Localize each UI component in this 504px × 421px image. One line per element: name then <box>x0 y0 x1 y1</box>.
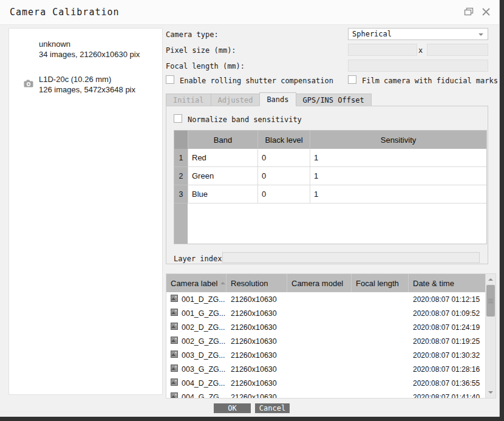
image-thumbnail-icon <box>171 351 178 360</box>
camera-calibration-dialog: Camera Calibration unknown 34 images, 21… <box>0 0 500 417</box>
black-level-col-header[interactable]: Black level <box>257 131 310 149</box>
row-number: 2 <box>174 167 188 185</box>
group-details: 34 images, 21260x10630 pix <box>39 49 157 60</box>
cameras-table-header: Camera label Resolution Camera model Foc… <box>166 274 495 292</box>
camera-label: 002_D_ZG... <box>182 323 225 332</box>
camera-label-col-header[interactable]: Camera label <box>166 274 226 292</box>
scroll-down-button[interactable] <box>486 388 495 397</box>
fiducial-marks-label: Film camera with fiducial marks <box>362 77 498 85</box>
camera-datetime: 2020:08:07 01:28:16 <box>409 365 486 374</box>
camera-row[interactable]: 002_D_ZG... 21260x10630 2020:08:07 01:24… <box>166 320 495 334</box>
image-thumbnail-icon <box>171 337 178 346</box>
black-level-cell[interactable]: 0 <box>257 149 310 167</box>
camera-group-unknown[interactable]: unknown 34 images, 21260x10630 pix <box>9 33 162 65</box>
focal-length-field <box>348 60 488 72</box>
focal-length-col-header[interactable]: Focal length <box>352 274 409 292</box>
focal-length-label: Focal length (mm): <box>166 62 245 70</box>
band-cell[interactable]: Green <box>188 167 257 185</box>
row-number: 1 <box>174 149 188 167</box>
camera-datetime: 2020:08:07 01:24:19 <box>409 323 486 332</box>
camera-datetime: 2020:08:07 01:30:32 <box>409 351 486 360</box>
sensitivity-cell[interactable]: 1 <box>310 149 486 167</box>
band-cell[interactable]: Red <box>188 149 257 167</box>
band-row-green[interactable]: 2 Green 0 1 <box>174 167 486 185</box>
sensitivity-cell[interactable]: 1 <box>310 185 486 204</box>
cameras-table: Camera label Resolution Camera model Foc… <box>166 273 496 399</box>
resolution-col-header[interactable]: Resolution <box>226 274 287 292</box>
sort-ascending-icon <box>220 282 225 284</box>
camera-row[interactable]: 003_G_ZG... 21260x10630 2020:08:07 01:28… <box>166 362 495 376</box>
cancel-button[interactable]: Cancel <box>255 403 290 413</box>
tab-bands[interactable]: Bands <box>259 92 296 106</box>
close-button[interactable] <box>480 7 492 18</box>
camera-row[interactable]: 004_G_ZG... 21260x10630 2020:08:07 01:41… <box>166 390 495 399</box>
rolling-shutter-checkbox[interactable] <box>166 75 174 84</box>
layer-index-input[interactable] <box>222 252 480 263</box>
camera-resolution: 21260x10630 <box>226 351 287 360</box>
band-cell[interactable]: Blue <box>188 185 257 204</box>
scroll-up-button[interactable] <box>486 275 495 284</box>
bands-pane: Normalize band sensitivity Band Black le… <box>166 106 488 264</box>
pixel-size-y-field <box>427 44 488 56</box>
float-window-button[interactable] <box>463 7 475 18</box>
sensitivity-col-header[interactable]: Sensitivity <box>310 131 486 149</box>
camera-label: 001_D_ZG... <box>182 295 225 304</box>
camera-group-l1d20c[interactable]: L1D-20c (10.26 mm) 126 images, 5472x3648… <box>9 69 162 100</box>
camera-row[interactable]: 001_G_ZG... 21260x10630 2020:08:07 01:09… <box>166 306 495 320</box>
dropdown-arrow-icon <box>478 33 483 36</box>
tab-gps-ins-offset[interactable]: GPS/INS Offset <box>296 94 372 106</box>
camera-row[interactable]: 003_D_ZG... 21260x10630 2020:08:07 01:30… <box>166 348 495 362</box>
camera-label: 003_D_ZG... <box>182 351 225 360</box>
image-thumbnail-icon <box>171 378 178 388</box>
image-thumbnail-icon <box>171 295 178 304</box>
black-level-cell[interactable]: 0 <box>257 167 310 185</box>
image-thumbnail-icon <box>171 309 178 318</box>
black-level-cell[interactable]: 0 <box>257 185 310 204</box>
band-col-header[interactable]: Band <box>188 131 257 149</box>
pixel-size-label: Pixel size (mm): <box>166 46 236 55</box>
camera-label: 001_G_ZG... <box>182 309 225 318</box>
camera-datetime: 2020:08:07 01:36:55 <box>409 379 486 388</box>
camera-type-label: Camera type: <box>166 30 219 39</box>
scrollbar-thumb[interactable] <box>486 285 495 317</box>
band-row-red[interactable]: 1 Red 0 1 <box>174 149 486 167</box>
group-name: L1D-20c (10.26 mm) <box>39 74 157 84</box>
rolling-shutter-label: Enable rolling shutter compensation <box>180 77 333 85</box>
camera-label: 002_G_ZG... <box>182 337 225 346</box>
camera-row[interactable]: 002_G_ZG... 21260x10630 2020:08:07 01:19… <box>166 334 495 348</box>
date-time-col-header[interactable]: Date & time <box>409 274 486 292</box>
camera-row[interactable]: 004_D_ZG... 21260x10630 2020:08:07 01:36… <box>166 376 495 390</box>
camera-group-list: unknown 34 images, 21260x10630 pix L1D-2… <box>9 28 163 395</box>
camera-type-select[interactable]: Spherical <box>348 28 488 40</box>
pixel-size-x-field <box>348 44 417 56</box>
camera-resolution: 21260x10630 <box>226 337 287 346</box>
camera-icon <box>24 79 33 90</box>
camera-label: 004_G_ZG... <box>182 393 225 399</box>
camera-type-value: Spherical <box>352 30 392 38</box>
camera-resolution: 21260x10630 <box>226 295 287 304</box>
band-row-blue[interactable]: 3 Blue 0 1 <box>174 185 486 204</box>
camera-resolution: 21260x10630 <box>226 323 287 332</box>
image-thumbnail-icon <box>171 392 178 399</box>
image-thumbnail-icon <box>171 323 178 332</box>
tab-adjusted: Adjusted <box>211 94 261 106</box>
band-table-corner <box>174 131 188 149</box>
normalize-band-label: Normalize band sensitivity <box>188 115 302 124</box>
band-table-header: Band Black level Sensitivity <box>174 131 486 149</box>
normalize-band-checkbox[interactable] <box>174 114 182 123</box>
camera-datetime: 2020:08:07 01:12:15 <box>409 295 486 304</box>
camera-datetime: 2020:08:07 01:09:52 <box>409 309 486 318</box>
scroll-down-icon <box>488 391 493 394</box>
band-table: Band Black level Sensitivity 1 Red 0 1 2… <box>174 130 487 244</box>
sensitivity-cell[interactable]: 1 <box>310 167 486 185</box>
calibration-tabs: Initial Adjusted Bands GPS/INS Offset <box>166 92 371 106</box>
ok-button[interactable]: OK <box>214 403 251 413</box>
fiducial-marks-checkbox[interactable] <box>348 75 356 84</box>
camera-datetime: 2020:08:07 01:19:25 <box>409 337 486 346</box>
group-name: unknown <box>39 39 157 49</box>
layer-index-label: Layer index: <box>174 255 226 263</box>
vertical-scrollbar[interactable] <box>485 274 495 398</box>
camera-model-col-header[interactable]: Camera model <box>287 274 352 292</box>
float-icon <box>464 7 474 18</box>
camera-row[interactable]: 001_D_ZG... 21260x10630 2020:08:07 01:12… <box>166 292 495 306</box>
